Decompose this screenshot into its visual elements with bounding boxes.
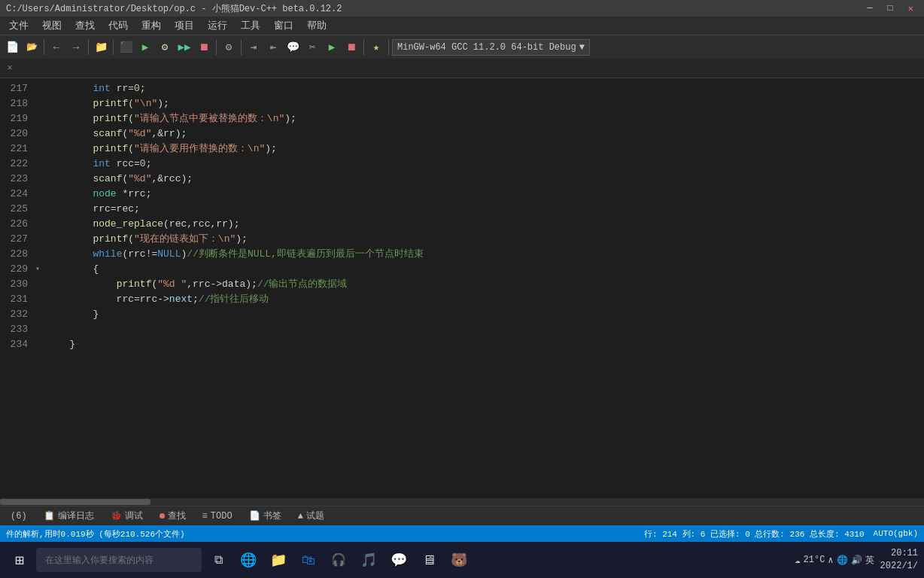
table-row: rrc=rec;	[46, 202, 924, 217]
edge-icon[interactable]: 🌐	[235, 546, 262, 573]
nav-back-button[interactable]: ←	[47, 38, 65, 56]
line-number: 229	[6, 262, 28, 277]
open-folder-button[interactable]: 📁	[92, 38, 110, 56]
menu-item-视图[interactable]: 视图	[36, 17, 68, 34]
game-icon[interactable]: 🐻	[445, 546, 473, 573]
table-row: int rr=0;	[46, 81, 924, 96]
table-row: }	[46, 307, 924, 322]
open-file-button[interactable]: 📂	[23, 38, 41, 56]
menu-item-项目[interactable]: 项目	[169, 17, 200, 34]
scrollbar-thumb[interactable]	[0, 499, 150, 505]
weather-icon: ☁	[795, 555, 800, 566]
indent-button[interactable]: ⇥	[245, 38, 263, 56]
nav-forward-button[interactable]: →	[67, 38, 85, 56]
menu-item-重构[interactable]: 重构	[135, 17, 167, 34]
table-row: scanf("%d",&rcc);	[46, 172, 924, 187]
debug-breakpoint-button[interactable]: ⬛	[117, 38, 135, 56]
menu-item-文件[interactable]: 文件	[3, 17, 35, 34]
minimize-button[interactable]: —	[862, 3, 877, 14]
new-file-button[interactable]: 📄	[3, 38, 21, 56]
status-bar: 件的解析,用时0.019秒 (每秒210.526个文件) 行: 214 列: 6…	[0, 525, 924, 542]
line-number: 227	[6, 232, 28, 247]
maximize-button[interactable]: □	[883, 3, 898, 14]
explorer-icon[interactable]: 📁	[265, 546, 292, 573]
bottom-tab-6[interactable]: ▲试题	[290, 508, 332, 525]
task-view-button[interactable]: ⧉	[205, 546, 232, 573]
menu-item-帮助[interactable]: 帮助	[301, 17, 333, 34]
status-left: 件的解析,用时0.019秒 (每秒210.526个文件)	[6, 528, 185, 540]
clock[interactable]: 20:11 2022/1/	[880, 547, 918, 573]
compiler-select[interactable]: MinGW-w64 GCC 11.2.0 64-bit Debug ▼	[392, 39, 590, 56]
language-icon[interactable]: 英	[865, 554, 874, 567]
start-button[interactable]: ⊞	[6, 546, 33, 573]
gutter-cell	[34, 157, 46, 172]
menu-item-代码[interactable]: 代码	[102, 17, 134, 34]
bottom-tab-5[interactable]: 📄书签	[242, 508, 289, 525]
toolbar-separator-2	[88, 40, 89, 55]
taskbar-left: ⊞ ⧉ 🌐 📁 🛍 🎧 🎵 💬 🖥 🐻	[6, 546, 795, 573]
comment-button[interactable]: 💬	[284, 38, 302, 56]
bottom-panel-tabs: (6)📋编译日志🐞调试查找≡TODO📄书签▲试题	[0, 506, 924, 525]
stop-button[interactable]: ⏹	[195, 38, 213, 56]
table-row: while(rrc!=NULL)//判断条件是NULL,即链表遍历到最后一个节点…	[46, 247, 924, 262]
stop2-button[interactable]: ⏹	[342, 38, 360, 56]
uncomment-button[interactable]: ✂	[303, 38, 321, 56]
gutter-cell	[34, 337, 46, 352]
toolbar-separator-6	[363, 40, 364, 55]
menu-item-窗口[interactable]: 窗口	[268, 17, 299, 34]
gutter-cell	[34, 111, 46, 126]
line-number: 225	[6, 202, 28, 217]
toolbar-separator-3	[113, 40, 114, 55]
run2-button[interactable]: ▶	[323, 38, 341, 56]
bottom-tab-label: TODO	[211, 511, 233, 522]
build-button[interactable]: ⚙	[156, 38, 174, 56]
bottom-tab-0[interactable]: (6)	[3, 508, 35, 525]
bottom-tab-label: (6)	[11, 511, 27, 522]
taskbar-search-input[interactable]	[36, 548, 202, 572]
bottom-tab-4[interactable]: ≡TODO	[195, 508, 240, 525]
store-icon[interactable]: 🛍	[295, 546, 322, 573]
gutter-cell	[34, 247, 46, 262]
gutter-cell[interactable]: ▾	[34, 262, 46, 277]
line-number: 233	[6, 322, 28, 337]
star-button[interactable]: ★	[367, 38, 385, 56]
bottom-tab-2[interactable]: 🐞调试	[103, 508, 150, 525]
music-icon[interactable]: 🎵	[355, 546, 382, 573]
settings-button[interactable]: ⚙	[220, 38, 238, 56]
menu-item-运行[interactable]: 运行	[202, 17, 233, 34]
gutter-cell	[34, 96, 46, 111]
horizontal-scrollbar[interactable]	[0, 498, 924, 506]
taskbar-right: ☁ 21°C ∧ 🌐 🔊 英 20:11 2022/1/	[795, 547, 918, 573]
status-right: 行: 214 列: 6 已选择: 0 总行数: 236 总长度: 4310 AU…	[644, 528, 918, 540]
gutter-cell	[34, 81, 46, 96]
menu-item-工具[interactable]: 工具	[235, 17, 266, 34]
tab-icon: 📄	[249, 510, 260, 522]
tab-icon: ▲	[298, 511, 303, 522]
compiler-label: MinGW-w64 GCC 11.2.0 64-bit Debug	[397, 42, 576, 53]
tab-icon: 🐞	[111, 510, 122, 522]
windows-taskbar: ⊞ ⧉ 🌐 📁 🛍 🎧 🎵 💬 🖥 🐻 ☁ 21°C ∧ 🌐 🔊 英 20:11…	[0, 542, 924, 578]
title-text: C:/Users/Administrator/Desktop/op.c - 小熊…	[6, 2, 342, 15]
network-icon[interactable]: 🌐	[837, 555, 848, 566]
chat-icon[interactable]: 💬	[385, 546, 412, 573]
run-button[interactable]: ▶▶	[175, 38, 193, 56]
line-numbers: 2172182192202212222232242252262272282292…	[0, 78, 34, 498]
toolbar-separator-5	[241, 40, 242, 55]
expand-tray-button[interactable]: ∧	[828, 555, 833, 566]
tab-close-button[interactable]: ×	[3, 62, 17, 75]
computer-icon[interactable]: 🖥	[415, 546, 442, 573]
play-button[interactable]: ▶	[136, 38, 154, 56]
toolbar-separator-1	[44, 40, 44, 55]
bottom-tab-3[interactable]: 查找	[152, 508, 193, 525]
line-number: 221	[6, 141, 28, 157]
volume-icon[interactable]: 🔊	[851, 555, 862, 566]
gutter-cell	[34, 141, 46, 157]
bottom-tab-1[interactable]: 📋编译日志	[36, 508, 102, 525]
bottom-tab-label: 书签	[263, 510, 281, 522]
menu-item-查找[interactable]: 查找	[69, 17, 101, 34]
unindent-button[interactable]: ⇤	[264, 38, 282, 56]
title-bar: C:/Users/Administrator/Desktop/op.c - 小熊…	[0, 0, 924, 17]
code-editor[interactable]: int rr=0; printf("\n"); printf("请输入节点中要被…	[46, 78, 924, 498]
bluetooth-icon[interactable]: 🎧	[325, 546, 352, 573]
close-button[interactable]: ✕	[904, 3, 918, 14]
